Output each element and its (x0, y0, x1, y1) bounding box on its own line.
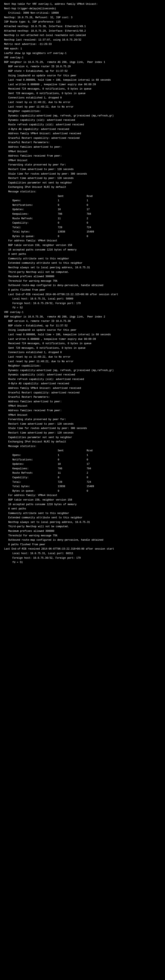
vrf-header: VRF overlay-1 (4, 56, 161, 60)
output-line: Neighbor capabilities: (4, 364, 161, 368)
stat-name: Total bytes: (13, 230, 58, 234)
output-line: Message statistics: (4, 190, 161, 194)
stats-row: Notifications:00 (4, 458, 161, 462)
stat-sent: 1 (58, 453, 86, 458)
output-line: Critical: 3000 Non-critical: 10000 (4, 11, 161, 16)
output-line: 0 paths flushed from peer (4, 288, 161, 293)
output-line: Last reset by us 11:48:22, due to No err… (4, 100, 161, 105)
vrf-header: VRF overlay-1 (4, 310, 161, 315)
stat-rcvd: 15409 (86, 484, 115, 489)
output-line: BGP table version 158, neighbor version … (4, 498, 161, 503)
output-line: Attached nexthop: 10.0.75.29, Interface:… (4, 29, 161, 33)
output-line: Nexthop: 10.0.75.26, Refcount: 32, IGP c… (4, 16, 161, 20)
stats-row: Opens:11 (4, 199, 161, 203)
output-line: IGP Route type: 0, IGP preference: 115 (4, 20, 161, 24)
output-line: BGP version 4, remote router ID 10.0.75.… (4, 65, 161, 69)
output-line: Dynamic capability (old): advertised rec… (4, 118, 161, 123)
stat-name: Updates: (13, 462, 58, 467)
stat-rcvd: 2 (86, 471, 115, 476)
stat-sent: 10 (58, 462, 86, 467)
stats-row: Bytes in queue:00 (4, 234, 161, 239)
stat-sent: 0 (58, 489, 86, 493)
stat-rcvd: 17 (86, 462, 115, 467)
col-sent: Sent (58, 449, 86, 453)
stat-sent: 0 (58, 203, 86, 208)
stat-name: Capability: (13, 221, 58, 226)
output-line: 0 paths flushed from peer (4, 542, 161, 547)
output-line: Threshold for warning message 75% (4, 534, 161, 538)
output-line: VPNv4 Unicast (4, 150, 161, 154)
output-line: Last read 0.000000, hold time = 180, kee… (4, 332, 161, 337)
output-line: Connections established 1, dropped 0 (4, 96, 161, 100)
output-line: Address families received from peer: (4, 154, 161, 158)
stat-rcvd: 704 (86, 212, 115, 216)
command-prompt[interactable]: Leaf5# show ip bgp neighbors vrf overlay… (4, 51, 161, 56)
output-line: Message statistics: (4, 444, 161, 449)
stat-name: Keepalives: (13, 467, 58, 471)
output-line: Local host: 10.0.75.31, Local port: 6031… (4, 551, 161, 556)
stat-sent: 10 (58, 207, 86, 212)
output-line: Extended community attribute sent to thi… (4, 515, 161, 520)
output-line: Metric next advertise: -11:26:33 (4, 42, 161, 47)
output-line: Connections established 1, dropped 0 (4, 350, 161, 355)
output-line: Last written 0.000000 , keepalive timer … (4, 83, 161, 87)
output-line: Received 724 messages, 0 notifications, … (4, 342, 161, 346)
output-line: Third-party Nexthop will not be computed… (4, 270, 161, 275)
output-line: 0 sent paths (4, 252, 161, 257)
stat-rcvd: 1 (86, 199, 115, 203)
output-line: Extended community attribute sent to thi… (4, 261, 161, 266)
output-line: Restart time advertised by peer: 120 sec… (4, 431, 161, 435)
output-line: 16 accepted paths consume 1216 bytes of … (4, 503, 161, 507)
stat-name: Total bytes: (13, 484, 58, 489)
output-line: Graceful Restart Parameters: (4, 140, 161, 145)
output-line: Restart time advertised to peer: 120 sec… (4, 167, 161, 172)
stat-name: Opens: (13, 453, 58, 458)
stat-name: Total: (13, 480, 58, 485)
output-line: Route refresh capability (old): advertis… (4, 123, 161, 127)
output-line: Outbound route-map configured is deny-pe… (4, 283, 161, 288)
stats-row: Route Refresh:112 (4, 216, 161, 221)
stat-rcvd: 0 (86, 203, 115, 208)
stats-row: Bytes in queue:00 (4, 489, 161, 493)
output-line: Restart time advertised by peer: 120 sec… (4, 176, 161, 181)
stats-table-header: Sent Rcvd (4, 449, 161, 453)
output-line: Last End-of-RIB received 2014-06-07T06:1… (4, 293, 161, 297)
col-sent: Sent (58, 194, 86, 199)
stat-name: Opens: (13, 199, 58, 203)
terminal-output: Next Hop table for VRF overlay-1, addres… (4, 2, 161, 565)
output-line: 0 sent paths (4, 507, 161, 511)
stat-rcvd: 0 (86, 458, 115, 462)
stat-name: Total: (13, 226, 58, 230)
stat-sent: 706 (58, 212, 86, 216)
output-line: Nexthop always set to local peering addr… (4, 520, 161, 525)
output-line: Last read 0.000000, hold time = 180, kee… (4, 78, 161, 83)
output-line: Graceful Restart capability: advertised … (4, 391, 161, 395)
stat-sent: 0 (58, 458, 86, 462)
stats-row: Capability:00 (4, 221, 161, 226)
output-line: Capabilities parameter not sent by neigh… (4, 435, 161, 440)
stat-rcvd: 0 (86, 221, 115, 226)
stat-sent: 0 (58, 234, 86, 239)
output-line: Third-party Nexthop will not be computed… (4, 525, 161, 529)
output-line: Threshold for warning message 75% (4, 279, 161, 283)
output-line: Address family VPNv4 Unicast: advertised… (4, 386, 161, 391)
stat-name: Route Refresh: (13, 216, 58, 221)
output-line: fd = 51 (4, 560, 161, 565)
stats-row: Updates:1017 (4, 462, 161, 467)
output-line: VPNv4 Unicast (4, 404, 161, 409)
output-line: Address family VPNv4 Unicast: advertised… (4, 132, 161, 136)
output-line: VPNv4 Unicast (4, 158, 161, 163)
output-line: Dynamic capability:advertised (mp, refre… (4, 368, 161, 373)
output-line: Nexthop last resolved: 11:37:07, using 1… (4, 38, 161, 42)
stat-sent: 1 (58, 199, 86, 203)
output-line: Graceful Restart capability: advertised … (4, 136, 161, 141)
output-line: 4-Byte AS capability: advertised receive… (4, 382, 161, 386)
output-line: Nexthop is not-attached not-local reacha… (4, 33, 161, 38)
output-line: Last reset by us 11:48:22, due to No err… (4, 355, 161, 360)
output-line: BGP table version 158, neighbor version … (4, 243, 161, 248)
output-line: Foreign host: 10.0.75.30/32, Foreign por… (4, 556, 161, 560)
stat-name: Bytes in queue: (13, 234, 58, 239)
output-line: BGP version 4, remote router ID 10.0.75.… (4, 319, 161, 324)
stat-sent: 13938 (58, 484, 86, 489)
output-line: Outbound route-map configured is deny-pe… (4, 538, 161, 542)
